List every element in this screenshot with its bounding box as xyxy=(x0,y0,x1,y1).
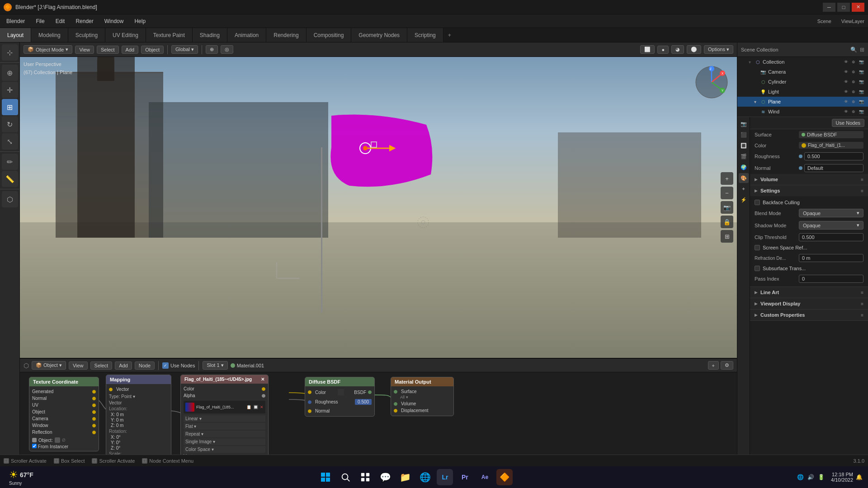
panel-resize-handle[interactable] xyxy=(20,359,737,361)
minimize-button[interactable]: ─ xyxy=(823,3,835,12)
ae-button[interactable]: Ae xyxy=(476,469,493,485)
viewport-gizmo[interactable]: Z X Y xyxy=(693,64,730,100)
new-material[interactable]: + xyxy=(708,361,719,370)
outliner-item-plane[interactable]: ▾ ⬡ Plane 👁 ⊕ 📷 xyxy=(737,97,868,107)
outliner-item-camera[interactable]: 📷 Camera 👁 ⊕ 📷 xyxy=(737,67,868,77)
pass-index-input[interactable]: 0 xyxy=(799,275,863,283)
menu-blender[interactable]: Blender xyxy=(4,17,28,25)
node-canvas[interactable]: Texture Coordinate Generated Normal UV xyxy=(20,372,737,466)
tool-measure[interactable]: 📏 xyxy=(2,171,18,187)
tab-geometry-nodes[interactable]: Geometry Nodes xyxy=(351,28,407,42)
tab-scripting[interactable]: Scripting xyxy=(407,28,443,42)
tab-shading[interactable]: Shading xyxy=(193,28,227,42)
menu-window[interactable]: Window xyxy=(102,17,127,25)
tool-annotate[interactable]: ✏ xyxy=(2,154,18,170)
shading-rendered[interactable]: ⚪ xyxy=(687,45,701,54)
plane-vis-icon[interactable]: 👁 xyxy=(843,99,849,105)
select-icon[interactable]: ⊕ xyxy=(850,59,857,65)
viewport-display-header[interactable]: ▶ Viewport Display ≡ xyxy=(750,298,868,309)
task-view[interactable] xyxy=(357,469,373,485)
tab-uv-editing[interactable]: UV Editing xyxy=(105,28,146,42)
zoom-in-button[interactable]: + xyxy=(721,172,733,185)
node-mapping[interactable]: Mapping Vector Type: Point ▾ Vector Loca… xyxy=(106,375,171,466)
subsurface-checkbox[interactable] xyxy=(755,266,760,271)
tab-modeling[interactable]: Modeling xyxy=(31,28,68,42)
settings-header[interactable]: ▶ Settings ≡ xyxy=(750,185,868,196)
use-nodes-btn[interactable]: Use Nodes xyxy=(832,119,864,127)
cylinder-vis-icon[interactable]: 👁 xyxy=(843,79,849,85)
outliner-item-wind[interactable]: ≋ Wind 👁 ⊕ 📷 xyxy=(737,107,868,117)
view-menu[interactable]: View xyxy=(75,46,94,54)
wind-rnd-icon[interactable]: 📷 xyxy=(858,108,864,115)
tab-rendering[interactable]: Rendering xyxy=(266,28,306,42)
tool-object[interactable]: ⬡ xyxy=(2,191,18,207)
props-tab-material[interactable]: 🎨 xyxy=(739,173,749,183)
refraction-input[interactable]: 0 m xyxy=(799,254,863,262)
node-mode-dropdown[interactable]: 📦 Object ▾ xyxy=(32,361,66,370)
roughness-input[interactable]: 0.500 xyxy=(804,152,863,160)
backface-checkbox[interactable] xyxy=(755,200,760,205)
node-node-menu[interactable]: Node xyxy=(135,361,155,370)
maximize-button[interactable]: □ xyxy=(837,3,850,12)
snap-options[interactable]: ⊕ xyxy=(206,45,218,54)
view-camera[interactable]: 📷 xyxy=(721,201,733,214)
view-ortho[interactable]: ⊞ xyxy=(721,230,733,243)
object-menu[interactable]: Object xyxy=(141,46,164,54)
props-tab-physics[interactable]: ⚡ xyxy=(739,195,749,205)
premiere-button[interactable]: Pr xyxy=(457,469,473,485)
props-tab-world[interactable]: 🌍 xyxy=(739,162,749,172)
light-rnd-icon[interactable]: 📷 xyxy=(858,89,864,95)
light-vis-icon[interactable]: 👁 xyxy=(843,89,849,95)
use-nodes-toggle[interactable]: ✓ Use Nodes xyxy=(162,362,195,369)
browser-button[interactable]: 🌐 xyxy=(417,469,433,485)
render-icon[interactable]: 📷 xyxy=(858,59,864,65)
camera-visibility-icon[interactable]: 👁 xyxy=(843,69,849,75)
visibility-icon[interactable]: 👁 xyxy=(843,59,849,65)
outliner-item-collection[interactable]: ▾ ⬡ Collection 👁 ⊕ 📷 xyxy=(737,57,868,67)
normal-input[interactable]: Default xyxy=(804,164,863,172)
close-button[interactable]: ✕ xyxy=(852,3,864,12)
props-tab-particles[interactable]: ✦ xyxy=(739,184,749,194)
add-workspace-button[interactable]: + xyxy=(443,28,456,42)
chat-button[interactable]: 💬 xyxy=(377,469,393,485)
explorer-button[interactable]: 📁 xyxy=(397,469,413,485)
slot-dropdown[interactable]: Slot 1 ▾ xyxy=(203,361,227,370)
plane-sel-icon[interactable]: ⊕ xyxy=(850,99,857,105)
menu-edit[interactable]: Edit xyxy=(53,17,68,25)
zoom-out-button[interactable]: − xyxy=(721,187,733,199)
tab-sculpting[interactable]: Sculpting xyxy=(68,28,105,42)
node-add-menu[interactable]: Add xyxy=(115,361,132,370)
cylinder-rnd-icon[interactable]: 📷 xyxy=(858,79,864,85)
light-sel-icon[interactable]: ⊕ xyxy=(850,89,857,95)
outliner-item-light[interactable]: 💡 Light 👁 ⊕ 📷 xyxy=(737,87,868,97)
outliner-sort[interactable]: ⊞ xyxy=(860,47,864,53)
plane-rnd-icon[interactable]: 📷 xyxy=(858,99,864,105)
start-button[interactable] xyxy=(317,469,334,485)
material-settings[interactable]: ⚙ xyxy=(721,361,733,370)
volume-icon[interactable]: 🔊 xyxy=(807,474,814,480)
lightroom-button[interactable]: Lr xyxy=(437,469,453,485)
notification-icon[interactable]: 🔔 xyxy=(856,474,863,480)
clip-threshold-input[interactable]: 0.500 xyxy=(799,233,863,241)
props-tab-render[interactable]: 📷 xyxy=(739,119,749,129)
select-menu[interactable]: Select xyxy=(97,46,119,54)
outliner-filter[interactable]: 🔍 xyxy=(850,47,857,53)
proportional-edit[interactable]: ◎ xyxy=(221,45,233,54)
tool-select[interactable]: ⊹ xyxy=(2,44,18,61)
add-menu[interactable]: Add xyxy=(122,46,139,54)
volume-header[interactable]: ▶ Volume ≡ xyxy=(750,174,868,185)
line-art-header[interactable]: ▶ Line Art ≡ xyxy=(750,287,868,298)
viewport-3d[interactable]: User Perspective (67) Collection | Plane… xyxy=(20,57,737,358)
menu-file[interactable]: File xyxy=(33,17,47,25)
blend-mode-dropdown[interactable]: Opaque ▾ xyxy=(799,209,863,217)
node-image-texture[interactable]: Flag_of_Haiti_(185~<UD45>.jpg ✕ Color Al… xyxy=(180,375,269,462)
tab-animation[interactable]: Animation xyxy=(227,28,266,42)
node-select-menu[interactable]: Select xyxy=(90,361,113,370)
options-btn[interactable]: Options ▾ xyxy=(704,45,733,54)
tool-move[interactable]: ✛ xyxy=(2,82,18,98)
tool-transform[interactable]: ⊞ xyxy=(2,99,18,115)
tool-rotate[interactable]: ↻ xyxy=(2,116,18,132)
wind-sel-icon[interactable]: ⊕ xyxy=(850,108,857,115)
node-material-output[interactable]: Material Output Surface All ▾ Volume xyxy=(391,377,454,416)
tool-scale[interactable]: ⤡ xyxy=(2,133,18,150)
